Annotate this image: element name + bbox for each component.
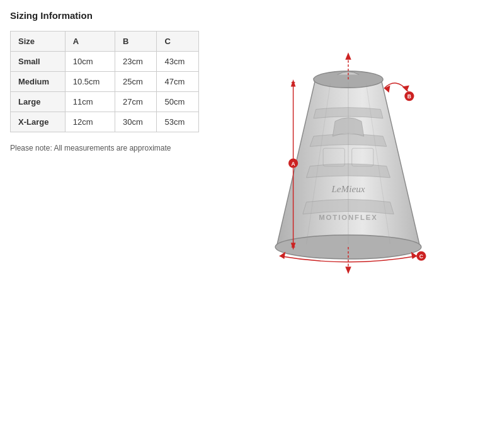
main-layout: Size A B C Small10cm23cm43cmMedium10.5cm… xyxy=(10,31,485,296)
measurement-cell: 10.5cm xyxy=(65,72,115,92)
left-panel: Size A B C Small10cm23cm43cmMedium10.5cm… xyxy=(10,31,199,154)
measurement-cell: 23cm xyxy=(115,52,157,72)
svg-marker-21 xyxy=(411,252,418,259)
table-row: Large11cm27cm50cm xyxy=(11,92,199,112)
measurement-cell: 50cm xyxy=(157,92,199,112)
measurement-cell: 12cm xyxy=(65,112,115,132)
col-c: C xyxy=(157,32,199,52)
size-cell: Large xyxy=(11,92,65,112)
product-image-area: LeMieux MOTIONFLEX A B xyxy=(212,31,485,296)
size-cell: Small xyxy=(11,52,65,72)
page-title: Sizing Information xyxy=(10,10,485,21)
size-cell: X-Large xyxy=(11,112,65,132)
svg-marker-17 xyxy=(384,86,390,93)
measurement-cell: 25cm xyxy=(115,72,157,92)
note-text: Please note: All measurements are approx… xyxy=(10,142,199,154)
svg-marker-12 xyxy=(291,79,296,86)
measurement-cell: 27cm xyxy=(115,92,157,112)
svg-text:C: C xyxy=(419,253,423,260)
table-row: X-Large12cm30cm53cm xyxy=(11,112,199,132)
svg-marker-27 xyxy=(345,52,351,59)
table-row: Medium10.5cm25cm47cm xyxy=(11,72,199,92)
svg-text:LeMieux: LeMieux xyxy=(331,183,365,194)
boot-diagram: LeMieux MOTIONFLEX A B xyxy=(241,43,455,283)
measurement-cell: 47cm xyxy=(157,72,199,92)
col-a: A xyxy=(65,32,115,52)
svg-marker-25 xyxy=(345,267,351,273)
measurement-cell: 43cm xyxy=(157,52,199,72)
measurement-cell: 10cm xyxy=(65,52,115,72)
measurement-cell: 30cm xyxy=(115,112,157,132)
svg-text:A: A xyxy=(292,161,295,167)
sizing-table: Size A B C Small10cm23cm43cmMedium10.5cm… xyxy=(10,31,199,132)
col-size: Size xyxy=(11,32,65,52)
svg-marker-20 xyxy=(280,252,286,259)
table-row: Small10cm23cm43cm xyxy=(11,52,199,72)
measurement-cell: 53cm xyxy=(157,112,199,132)
table-header: Size A B C xyxy=(11,32,199,52)
col-b: B xyxy=(115,32,157,52)
svg-text:B: B xyxy=(407,93,411,100)
size-cell: Medium xyxy=(11,72,65,92)
measurement-cell: 11cm xyxy=(65,92,115,112)
table-body: Small10cm23cm43cmMedium10.5cm25cm47cmLar… xyxy=(11,52,199,132)
svg-text:MOTIONFLEX: MOTIONFLEX xyxy=(319,214,378,221)
